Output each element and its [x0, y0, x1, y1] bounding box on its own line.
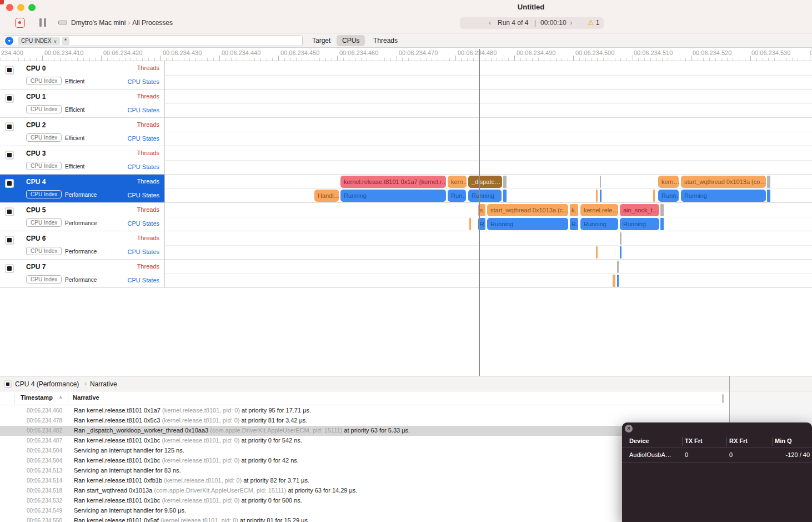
narrative-row[interactable]: 00:06.234.482Ran _dispatch_workloop_work… [0, 426, 728, 436]
device-stats-column-min-q[interactable]: Min Q [775, 438, 792, 444]
state-span[interactable] [767, 190, 770, 202]
tab-cpus[interactable]: CPUs [337, 35, 365, 46]
cpu-index-chip[interactable]: CPU Index [26, 105, 62, 113]
previous-run-button[interactable]: ‹ [489, 18, 491, 27]
state-span[interactable]: Running [580, 218, 618, 230]
narrative-row[interactable]: 00:06.234.514Ran kernel.release.t8101 0x… [0, 476, 728, 486]
cpu-index-chip[interactable]: CPU Index [26, 190, 62, 198]
state-span[interactable]: Running [681, 190, 766, 202]
cpu-index-chip[interactable]: CPU Index [26, 218, 62, 227]
cpu-states-label[interactable]: CPU States [128, 163, 159, 170]
state-span[interactable]: Runn… [658, 190, 679, 202]
cpu-row-header[interactable]: CPU 3ThreadsCPU IndexEfficientCPU States [0, 146, 165, 174]
playhead-line[interactable] [479, 49, 480, 376]
column-divider[interactable] [68, 393, 68, 404]
narrative-row[interactable]: 00:06.234.478Ran kernel.release.t8101 0x… [0, 416, 728, 426]
cpu-index-chip[interactable]: CPU Index [26, 275, 62, 284]
narrative-row[interactable]: 00:06.234.550Ran kernel.release.t8101 0x… [0, 516, 728, 522]
device-stats-column-device[interactable]: Device [629, 438, 649, 444]
state-span[interactable]: Running [340, 190, 446, 202]
cpu-states-label[interactable]: CPU States [128, 107, 159, 113]
cpu-states-label[interactable]: CPU States [128, 220, 159, 227]
device-stats-column-rx-frt[interactable]: RX Frt [729, 438, 748, 444]
breadcrumb-detail[interactable]: Narrative [90, 380, 117, 388]
cpu-track-row[interactable]: CPU 2ThreadsCPU IndexEfficientCPU States [0, 118, 812, 146]
cpu-track-row[interactable]: CPU 3ThreadsCPU IndexEfficientCPU States [0, 146, 812, 175]
cpu-states-label[interactable]: CPU States [128, 78, 159, 85]
thread-span[interactable]: start_wqthread 0x1013a (co… [681, 176, 766, 188]
cpu-states-label[interactable]: CPU States [128, 192, 159, 198]
cpu-track-row[interactable]: CPU 0ThreadsCPU IndexEfficientCPU States [0, 61, 812, 90]
cpu-row-header[interactable]: CPU 6ThreadsCPU IndexPerformanceCPU Stat… [0, 231, 165, 259]
pause-button[interactable] [39, 18, 47, 27]
narrative-row[interactable]: 00:06.234.549Servicing an interrupt hand… [0, 506, 728, 516]
thread-span[interactable]: k. [570, 204, 578, 216]
cpu-track-row[interactable]: CPU 7ThreadsCPU IndexPerformanceCPU Stat… [0, 260, 812, 288]
zoom-window-button[interactable] [28, 4, 36, 11]
state-span[interactable]: Running [487, 218, 568, 230]
threads-label[interactable]: Threads [137, 93, 159, 100]
thread-span[interactable] [660, 204, 664, 216]
cpu-row-header[interactable]: CPU 1ThreadsCPU IndexEfficientCPU States [0, 90, 165, 117]
state-span[interactable] [596, 246, 598, 258]
narrative-row[interactable]: 00:06.234.518Ran start_wqthread 0x1013a … [0, 486, 728, 496]
filter-input[interactable]: ▼ CPU INDEX∨ * [3, 35, 303, 46]
cpu-index-chip[interactable]: CPU Index [26, 133, 62, 142]
state-span[interactable] [653, 190, 655, 202]
state-span[interactable] [503, 190, 507, 202]
threads-label[interactable]: Threads [137, 121, 159, 128]
sort-ascending-icon[interactable]: ∧ [59, 395, 63, 400]
thread-span[interactable] [620, 232, 621, 245]
next-run-button[interactable]: › [570, 18, 572, 27]
target-breadcrumb[interactable]: Dmytro's Mac mini›All Processes [71, 19, 173, 27]
thread-span[interactable] [617, 261, 619, 273]
narrative-row[interactable]: 00:06.234.513Servicing an interrupt hand… [0, 466, 728, 476]
state-span[interactable] [600, 190, 602, 202]
state-span[interactable] [613, 275, 615, 287]
filter-token-star[interactable]: * [62, 37, 69, 45]
filter-icon[interactable]: ▼ [5, 37, 13, 45]
state-span[interactable] [469, 218, 471, 230]
state-span[interactable]: Handl… [314, 190, 339, 202]
thread-span[interactable]: start_wqthread 0x1013a (c… [487, 204, 568, 216]
cpu-track-row[interactable]: kernel.release.t8101 0x1a7 (kernel.r…ker… [0, 175, 812, 203]
device-stats-column-tx-frt[interactable]: TX Frt [685, 438, 703, 444]
cpu-states-label[interactable]: CPU States [128, 135, 159, 142]
state-span[interactable]: Run… [448, 190, 466, 202]
state-span[interactable] [660, 218, 664, 230]
thread-span[interactable]: kern… [448, 176, 467, 188]
cpu-states-label[interactable]: CPU States [128, 248, 159, 255]
process-name[interactable]: All Processes [132, 19, 173, 27]
thread-span[interactable]: aio_sock_t… [620, 204, 659, 216]
state-span[interactable] [596, 190, 598, 202]
thread-span[interactable] [767, 176, 770, 188]
narrative-row[interactable]: 00:06.234.504Servicing an interrupt hand… [0, 446, 728, 456]
cpu-row-header[interactable]: CPU 4ThreadsCPU IndexPerformanceCPU Stat… [0, 175, 165, 202]
threads-label[interactable]: Threads [137, 206, 159, 213]
cpu-states-label[interactable]: CPU States [128, 277, 159, 284]
state-span[interactable] [620, 246, 621, 258]
cpu-row-header[interactable]: CPU 2ThreadsCPU IndexEfficientCPU States [0, 118, 165, 146]
state-span[interactable]: R. [570, 218, 578, 230]
warning-badge[interactable]: ⚠1 [588, 18, 599, 27]
filter-token-cpu-index[interactable]: CPU INDEX∨ [18, 37, 60, 45]
thread-span[interactable] [503, 176, 507, 188]
threads-label[interactable]: Threads [137, 178, 159, 185]
cpu-index-chip[interactable]: CPU Index [26, 77, 62, 85]
cpu-row-header[interactable]: CPU 0ThreadsCPU IndexEfficientCPU States [0, 61, 165, 89]
device-stats-row[interactable]: AudioIOusbA… 0 0 -120 / 40 [622, 448, 812, 463]
thread-span[interactable]: kernel.release.t8101 0x1a7 (kernel.r… [340, 176, 446, 188]
threads-label[interactable]: Threads [137, 263, 159, 270]
minimize-window-button[interactable] [17, 4, 24, 11]
narrative-row[interactable]: 00:06.234.532Ran kernel.release.t8101 0x… [0, 496, 728, 506]
cpu-row-header[interactable]: CPU 5ThreadsCPU IndexPerformanceCPU Stat… [0, 203, 165, 231]
thread-span[interactable]: kern… [658, 176, 679, 188]
cpu-row-header[interactable]: CPU 7ThreadsCPU IndexPerformanceCPU Stat… [0, 260, 165, 287]
threads-label[interactable]: Threads [137, 64, 159, 71]
state-span[interactable]: Running [468, 190, 502, 202]
column-narrative[interactable]: Narrative [73, 394, 99, 401]
cpu-track-row[interactable]: CPU 6ThreadsCPU IndexPerformanceCPU Stat… [0, 231, 812, 260]
cpu-track-row[interactable]: s.start_wqthread 0x1013a (c…k.kernel.rel… [0, 203, 812, 231]
narrative-row[interactable]: 00:06.234.504Ran kernel.release.t8101 0x… [0, 456, 728, 466]
close-icon[interactable]: × [625, 425, 633, 432]
